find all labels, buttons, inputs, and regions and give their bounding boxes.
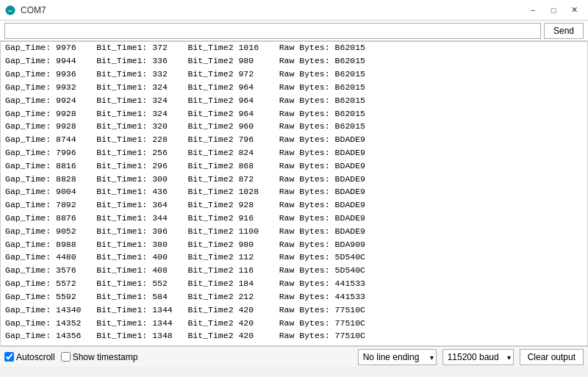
output-line: Gap_Time: 14340 Bit_Time1: 1344 Bit_Time… <box>5 304 583 317</box>
serial-input[interactable] <box>4 23 541 39</box>
output-line: Gap_Time: 9932 Bit_Time1: 324 Bit_Time2 … <box>5 81 583 94</box>
output-line: Gap_Time: 9924 Bit_Time1: 324 Bit_Time2 … <box>5 94 583 107</box>
output-line: Gap_Time: 9944 Bit_Time1: 336 Bit_Time2 … <box>5 54 583 68</box>
output-line: Gap_Time: 7996 Bit_Time1: 256 Bit_Time2 … <box>5 146 583 159</box>
output-line: Gap_Time: 8988 Bit_Time1: 380 Bit_Time2 … <box>5 238 583 251</box>
title-bar: ~ COM7 − □ ✕ <box>0 0 588 21</box>
output-line: Gap_Time: 8828 Bit_Time1: 300 Bit_Time2 … <box>5 173 583 186</box>
timestamp-label[interactable]: Show timestamp <box>61 352 138 362</box>
output-line: Gap_Time: 9976 Bit_Time1: 372 Bit_Time2 … <box>5 41 583 54</box>
baud-rate-select[interactable]: 300 baud1200 baud2400 baud4800 baud9600 … <box>442 349 514 365</box>
minimize-button[interactable]: − <box>523 3 542 18</box>
output-line: Gap_Time: 9928 Bit_Time1: 324 Bit_Time2 … <box>5 107 583 121</box>
output-line: Gap_Time: 7892 Bit_Time1: 364 Bit_Time2 … <box>5 198 583 212</box>
clear-output-button[interactable]: Clear output <box>520 349 584 365</box>
serial-output[interactable]: Gap_Time: 9880 Bit_Time1: 276 Bit_Time2 … <box>0 41 588 346</box>
output-line: Gap_Time: 9004 Bit_Time1: 436 Bit_Time2 … <box>5 185 583 198</box>
autoscroll-checkbox[interactable] <box>4 352 14 362</box>
autoscroll-text: Autoscroll <box>16 352 55 362</box>
timestamp-text: Show timestamp <box>73 352 138 362</box>
output-line: Gap_Time: 9936 Bit_Time1: 332 Bit_Time2 … <box>5 68 583 81</box>
output-line: Gap_Time: 14356 Bit_Time1: 1348 Bit_Time… <box>5 329 583 342</box>
window-title: COM7 <box>21 5 46 15</box>
baud-rate-wrapper: 300 baud1200 baud2400 baud4800 baud9600 … <box>442 349 514 365</box>
timestamp-checkbox[interactable] <box>61 352 71 362</box>
autoscroll-label[interactable]: Autoscroll <box>4 352 55 362</box>
status-bar: Autoscroll Show timestamp No line ending… <box>0 346 588 367</box>
close-button[interactable]: ✕ <box>564 3 584 18</box>
output-line: Gap_Time: 8744 Bit_Time1: 228 Bit_Time2 … <box>5 133 583 146</box>
output-line: Gap_Time: 5572 Bit_Time1: 552 Bit_Time2 … <box>5 277 583 290</box>
maximize-button[interactable]: □ <box>544 3 563 18</box>
svg-text:~: ~ <box>8 7 12 15</box>
output-line: Gap_Time: 8816 Bit_Time1: 296 Bit_Time2 … <box>5 159 583 173</box>
output-line: Gap_Time: 3576 Bit_Time1: 408 Bit_Time2 … <box>5 264 583 277</box>
output-line: Gap_Time: 9928 Bit_Time1: 320 Bit_Time2 … <box>5 120 583 133</box>
toolbar: Send <box>0 21 588 41</box>
output-line: Gap_Time: 4480 Bit_Time1: 400 Bit_Time2 … <box>5 251 583 264</box>
output-line: Gap_Time: 8876 Bit_Time1: 344 Bit_Time2 … <box>5 212 583 225</box>
title-bar-left: ~ COM7 <box>4 4 46 16</box>
send-button[interactable]: Send <box>544 23 584 39</box>
output-line: Gap_Time: 14352 Bit_Time1: 1344 Bit_Time… <box>5 317 583 330</box>
output-line: Gap_Time: 5592 Bit_Time1: 584 Bit_Time2 … <box>5 290 583 304</box>
output-line: Gap_Time: 9052 Bit_Time1: 396 Bit_Time2 … <box>5 225 583 238</box>
app-icon: ~ <box>4 4 16 16</box>
line-ending-select[interactable]: No line endingNewlineCarriage returnBoth… <box>358 349 437 365</box>
line-ending-wrapper: No line endingNewlineCarriage returnBoth… <box>358 349 437 365</box>
window-controls: − □ ✕ <box>523 3 584 18</box>
